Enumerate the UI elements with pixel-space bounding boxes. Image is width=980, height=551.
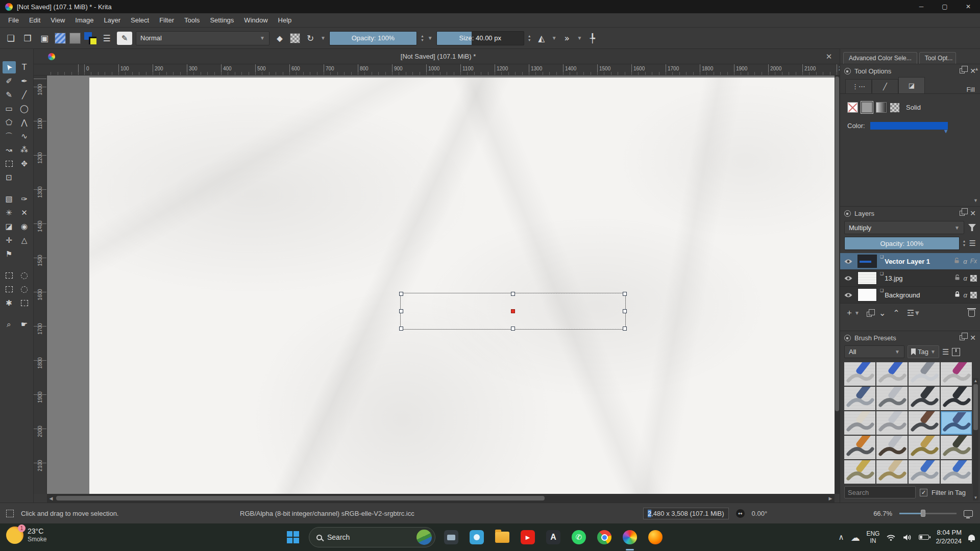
brush-size-slider[interactable]: Size: 40.00 px bbox=[436, 31, 524, 45]
pan-tool[interactable]: ☛ bbox=[18, 318, 31, 331]
float-docker-icon[interactable] bbox=[960, 335, 965, 340]
brush-preset-14[interactable] bbox=[876, 436, 908, 459]
selection-handle-nw[interactable] bbox=[399, 292, 403, 296]
brush-preset-2[interactable] bbox=[876, 362, 908, 386]
menu-layer[interactable]: Layer bbox=[99, 14, 126, 26]
preset-view-mode-icon[interactable] bbox=[952, 348, 960, 356]
layer-opacity-spinner[interactable]: ▲▼ bbox=[963, 240, 966, 247]
layer-channel-icon[interactable] bbox=[970, 292, 977, 298]
vertical-scrollbar-thumb[interactable] bbox=[835, 77, 839, 411]
layer-filter-icon[interactable] bbox=[968, 224, 976, 231]
menu-view[interactable]: View bbox=[45, 14, 70, 26]
canvas-rotation-icon[interactable]: ↔ bbox=[736, 509, 745, 518]
dynamic-brush-tool[interactable]: ↝ bbox=[3, 144, 16, 156]
layer-blend-mode-dropdown[interactable]: Multiply▼ bbox=[844, 221, 964, 234]
taskbar-search[interactable]: Search bbox=[309, 527, 435, 547]
close-button[interactable]: ✕ bbox=[957, 0, 980, 13]
menu-file[interactable]: File bbox=[3, 14, 24, 26]
tab-stroke-dashes[interactable]: ⋮⋯ bbox=[845, 79, 872, 93]
zoom-slider[interactable] bbox=[899, 509, 957, 517]
move-layer-down-button[interactable]: ⌄ bbox=[879, 308, 886, 318]
selection-handle-n[interactable] bbox=[511, 292, 515, 296]
gradient-chooser-button[interactable] bbox=[55, 33, 66, 44]
polyline-tool[interactable]: ⋀ bbox=[18, 116, 31, 129]
brush-preset-19[interactable] bbox=[909, 460, 940, 484]
menu-window[interactable]: Window bbox=[239, 14, 273, 26]
brush-grid-scrollbar[interactable]: ▲ ▼ bbox=[973, 378, 978, 500]
brush-preset-18[interactable] bbox=[876, 460, 908, 484]
assistants-tool[interactable]: ✛ bbox=[3, 234, 16, 246]
ellipse-tool[interactable]: ◯ bbox=[18, 103, 31, 115]
brush-preset-20[interactable] bbox=[941, 460, 972, 484]
brush-preset-11[interactable] bbox=[909, 411, 940, 435]
horizontal-scrollbar[interactable]: ◀ ▶ bbox=[47, 494, 835, 503]
trim-to-image-button[interactable]: ╄ bbox=[586, 32, 599, 45]
move-tool[interactable]: ✥ bbox=[18, 158, 31, 170]
selection-handle-sw[interactable] bbox=[399, 327, 403, 331]
menu-image[interactable]: Image bbox=[70, 14, 99, 26]
text-tool[interactable]: T bbox=[18, 61, 31, 73]
wifi-icon[interactable] bbox=[886, 534, 896, 541]
minimize-button[interactable]: ─ bbox=[910, 0, 933, 13]
layer-alpha-icon[interactable]: α bbox=[964, 274, 967, 282]
float-docker-icon[interactable] bbox=[960, 68, 965, 73]
tab-fill[interactable]: ◪ bbox=[898, 77, 925, 93]
delete-layer-button[interactable] bbox=[968, 310, 975, 317]
horizontal-scrollbar-thumb[interactable] bbox=[56, 496, 545, 500]
layer-channel-icon[interactable] bbox=[970, 275, 977, 282]
brush-preset-9[interactable] bbox=[844, 411, 875, 435]
canvas-area[interactable] bbox=[47, 76, 835, 494]
brush-search-input[interactable] bbox=[844, 486, 916, 498]
size-spinner[interactable]: ▲▼ bbox=[528, 35, 531, 42]
brush-preset-15[interactable] bbox=[909, 436, 940, 459]
firefox-icon[interactable] bbox=[646, 527, 665, 547]
brush-preset-10[interactable] bbox=[876, 411, 908, 435]
brush-scrollbar-thumb[interactable] bbox=[973, 384, 978, 430]
layer-row-vector-layer-1[interactable]: ❏Vector Layer 1αFx bbox=[840, 253, 980, 270]
fill-none-button[interactable] bbox=[847, 102, 858, 113]
multibrush-tool[interactable]: ⁂ bbox=[18, 144, 31, 156]
crop-tool[interactable]: ⊡ bbox=[3, 171, 16, 184]
brush-preset-12[interactable] bbox=[941, 411, 972, 435]
selection-handle-e[interactable] bbox=[623, 309, 627, 313]
app-a-icon[interactable]: A bbox=[544, 527, 563, 547]
battery-icon[interactable] bbox=[919, 535, 929, 540]
reload-preset-button[interactable]: ↻ bbox=[304, 32, 317, 45]
docker-lock-icon[interactable] bbox=[844, 68, 851, 74]
fill-color-swatch[interactable]: ▼ bbox=[870, 122, 948, 130]
fill-tool[interactable]: ◪ bbox=[3, 220, 16, 233]
task-view-button[interactable] bbox=[442, 527, 461, 547]
colorize-mask-tool[interactable]: ✳ bbox=[3, 207, 16, 219]
workspace-chooser-button[interactable]: ☰ bbox=[100, 32, 113, 45]
menu-help[interactable]: Help bbox=[273, 14, 297, 26]
menu-settings[interactable]: Settings bbox=[205, 14, 239, 26]
brush-list-menu-icon[interactable]: ☰ bbox=[942, 347, 949, 357]
edit-shapes-tool[interactable]: ✐ bbox=[3, 75, 16, 87]
opacity-spinner[interactable]: ▲▼ bbox=[421, 35, 424, 42]
volume-icon[interactable] bbox=[902, 534, 912, 541]
brush-preset-4[interactable] bbox=[941, 362, 972, 386]
scroll-down-arrow[interactable]: ▼ bbox=[973, 198, 978, 203]
weather-widget[interactable]: 1 23°C Smoke bbox=[6, 527, 46, 544]
brush-preset-16[interactable] bbox=[941, 436, 972, 459]
tag-dropdown[interactable]: Tag▼ bbox=[908, 345, 939, 358]
layer-lock-icon[interactable] bbox=[954, 291, 961, 299]
start-button[interactable] bbox=[283, 527, 303, 547]
freehand-path-tool[interactable]: ∿ bbox=[18, 130, 31, 142]
fill-gradient-button[interactable] bbox=[876, 102, 887, 113]
enclose-fill-tool[interactable]: ◉ bbox=[18, 220, 31, 233]
brush-preset-1[interactable] bbox=[844, 362, 875, 386]
layer-alpha-icon[interactable]: α bbox=[963, 258, 967, 265]
ellipse-select-tool[interactable] bbox=[18, 269, 31, 282]
polygon-select-tool[interactable] bbox=[3, 283, 16, 295]
tab-stroke-line[interactable]: ╱ bbox=[872, 79, 898, 93]
image-size-memory-field[interactable]: 2,480 x 3,508 (107.1 MiB) bbox=[643, 508, 729, 519]
scroll-up-arrow[interactable]: ▲ bbox=[974, 66, 979, 71]
selection-rectangle[interactable] bbox=[401, 293, 625, 329]
selection-handle-se[interactable] bbox=[623, 327, 627, 331]
color-sampler-tool[interactable]: ✑ bbox=[18, 193, 31, 205]
close-docker-icon[interactable]: ✕ bbox=[970, 334, 976, 341]
brush-preset-17[interactable] bbox=[844, 460, 875, 484]
bezier-select-tool[interactable] bbox=[18, 297, 31, 309]
blending-mode-dropdown[interactable]: Normal▼ bbox=[136, 31, 270, 45]
